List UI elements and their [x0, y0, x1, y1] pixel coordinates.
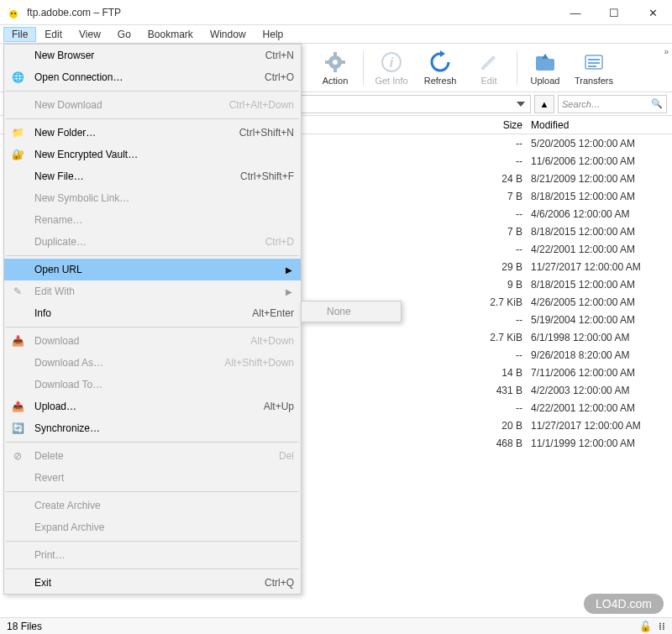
file-size: 24 B — [480, 173, 531, 185]
menu-item-open-connection[interactable]: 🌐Open Connection…Ctrl+O — [4, 66, 301, 88]
menu-bookmark[interactable]: Bookmark — [139, 27, 202, 42]
toolbar-get-info[interactable]: i Get Info — [367, 45, 416, 91]
file-size: 14 B — [480, 367, 531, 379]
file-modified: 11/27/2017 12:00:00 AM — [531, 261, 657, 273]
toolbar-action[interactable]: Action — [311, 45, 360, 91]
lock-icon: 🔓 — [639, 621, 652, 632]
menu-item-expand-archive: Expand Archive — [4, 516, 301, 538]
file-size: 20 B — [480, 420, 531, 432]
file-size: 431 B — [480, 385, 531, 396]
svg-point-2 — [14, 13, 16, 14]
menu-item-label: Open URL — [34, 264, 294, 275]
toolbar-edit[interactable]: Edit — [465, 45, 513, 91]
menu-item-download-as: Download As…Alt+Shift+Down — [4, 352, 301, 374]
menu-item-info[interactable]: InfoAlt+Enter — [4, 302, 301, 324]
file-modified: 8/18/2015 12:00:00 AM — [531, 279, 657, 291]
title-bar: ftp.adobe.com – FTP — ☐ ✕ — [0, 0, 672, 25]
toolbar-upload[interactable]: Upload — [521, 45, 570, 91]
menu-window[interactable]: Window — [202, 27, 255, 42]
minimize-button[interactable]: — — [556, 0, 595, 25]
menu-item-label: Delete — [34, 450, 279, 462]
file-modified: 4/6/2006 12:00:00 AM — [531, 208, 657, 220]
toolbar-refresh[interactable]: Refresh — [416, 45, 465, 91]
menu-item-delete: ⊘DeleteDel — [4, 445, 301, 467]
menu-item-download: 📥DownloadAlt+Down — [4, 330, 301, 352]
menu-item-synchronize[interactable]: 🔄Synchronize… — [4, 417, 301, 439]
submenu-item-none: None — [327, 306, 351, 317]
menu-item-label: New Folder… — [34, 127, 239, 139]
menu-item-duplicate: Duplicate…Ctrl+D — [4, 231, 301, 253]
window-controls: — ☐ ✕ — [556, 0, 672, 25]
menu-item-new-symbolic-link: New Symbolic Link… — [4, 187, 301, 209]
svg-marker-14 — [542, 54, 549, 59]
menu-shortcut: Ctrl+Shift+F — [240, 170, 294, 182]
menu-item-upload[interactable]: 📤Upload…Alt+Up — [4, 396, 301, 417]
status-text: 18 Files — [7, 621, 42, 632]
menu-item-label: Download As… — [34, 357, 224, 369]
menu-shortcut: Alt+Down — [250, 335, 294, 347]
file-modified: 8/18/2015 12:00:00 AM — [531, 226, 657, 238]
toolbar-separator — [363, 51, 364, 85]
svg-rect-18 — [588, 65, 596, 67]
gear-icon — [323, 50, 347, 74]
menu-item-download-to: Download To… — [4, 374, 301, 396]
menu-item-label: New Browser — [34, 50, 265, 61]
file-size: -- — [480, 155, 531, 167]
pencil-icon: ✎ — [11, 285, 24, 298]
path-up-button[interactable]: ▲ — [534, 95, 554, 113]
file-dropdown-menu: New BrowserCtrl+N🌐Open Connection…Ctrl+O… — [3, 44, 302, 595]
file-size: -- — [480, 402, 531, 414]
menu-item-new-download: New DownloadCtrl+Alt+Down — [4, 94, 301, 116]
menu-item-label: Duplicate… — [34, 236, 265, 248]
file-size: 468 B — [480, 438, 531, 449]
file-size: 7 B — [480, 226, 531, 238]
trash-icon: ⊘ — [11, 449, 24, 463]
file-size: -- — [480, 208, 531, 220]
app-icon — [7, 6, 20, 19]
open-url-submenu: None — [301, 301, 402, 322]
menu-shortcut: Ctrl+Alt+Down — [229, 99, 294, 111]
menu-item-new-folder[interactable]: 📁New Folder…Ctrl+Shift+N — [4, 122, 301, 144]
folder-plus-icon: 📁 — [11, 126, 24, 139]
menu-view[interactable]: View — [71, 27, 109, 42]
svg-rect-17 — [588, 62, 600, 64]
svg-rect-7 — [325, 60, 330, 64]
column-size[interactable]: Size — [480, 119, 531, 131]
menu-edit[interactable]: Edit — [36, 27, 71, 42]
search-input[interactable]: Search… 🔍 — [558, 95, 667, 113]
menu-item-label: Create Archive — [34, 500, 294, 511]
file-size: -- — [480, 244, 531, 255]
submenu-arrow-icon: ▶ — [286, 287, 292, 296]
menu-item-label: New Encrypted Vault… — [34, 149, 294, 160]
column-modified[interactable]: Modified — [531, 119, 657, 131]
menu-shortcut: Ctrl+Q — [265, 577, 294, 589]
menu-item-new-browser[interactable]: New BrowserCtrl+N — [4, 45, 301, 66]
menu-item-revert: Revert — [4, 467, 301, 489]
maximize-button[interactable]: ☐ — [595, 0, 633, 25]
menu-item-new-encrypted-vault[interactable]: 🔐New Encrypted Vault… — [4, 144, 301, 165]
menu-file[interactable]: File — [3, 27, 36, 42]
file-modified: 7/11/2006 12:00:00 AM — [531, 367, 657, 379]
svg-point-1 — [11, 13, 13, 14]
menu-shortcut: Alt+Shift+Down — [224, 357, 294, 369]
file-modified: 11/1/1999 12:00:00 AM — [531, 438, 657, 449]
file-modified: 8/18/2015 12:00:00 AM — [531, 191, 657, 202]
menu-help[interactable]: Help — [255, 27, 292, 42]
file-size: 9 B — [480, 279, 531, 291]
download-icon: 📥 — [11, 334, 24, 348]
close-button[interactable]: ✕ — [633, 0, 672, 25]
menu-go[interactable]: Go — [109, 27, 139, 42]
menu-item-label: Exit — [34, 577, 265, 589]
toolbar-transfers[interactable]: Transfers — [570, 45, 618, 91]
submenu-arrow-icon: ▶ — [286, 265, 292, 275]
toolbar-overflow-icon[interactable]: » — [664, 47, 669, 56]
file-modified: 4/26/2005 12:00:00 AM — [531, 296, 657, 308]
menu-item-label: Synchronize… — [34, 422, 294, 434]
globe-icon: 🌐 — [11, 71, 24, 84]
menu-item-new-file[interactable]: New File…Ctrl+Shift+F — [4, 165, 301, 187]
menu-shortcut: Ctrl+O — [265, 71, 294, 83]
menu-item-label: Revert — [34, 472, 294, 484]
menu-item-open-url[interactable]: Open URL▶ — [4, 259, 301, 280]
menu-item-exit[interactable]: ExitCtrl+Q — [4, 572, 301, 594]
upload-folder-icon — [533, 50, 557, 74]
